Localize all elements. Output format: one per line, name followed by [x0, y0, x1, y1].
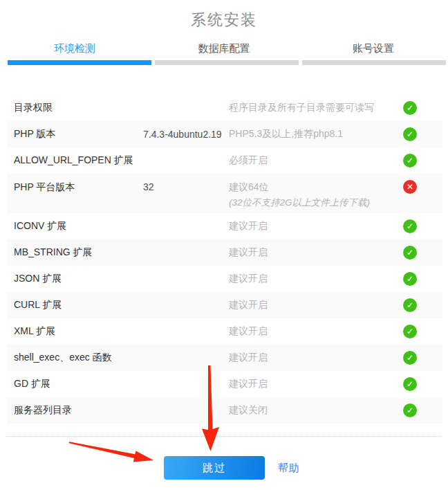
check-label: 服务器列目录	[14, 404, 143, 417]
check-row: CURL 扩展 建议开启 ✓	[7, 292, 442, 318]
check-requirement: 建议开启	[229, 325, 403, 338]
check-requirement: 建议开启	[229, 378, 403, 390]
status-ok-icon: ✓	[403, 246, 417, 260]
check-label: JSON 扩展	[14, 273, 143, 285]
progress-segment-1	[155, 60, 299, 65]
check-label: 目录权限	[14, 102, 143, 114]
check-row: shell_exec、exec 函数 建议开启 ✓	[7, 345, 442, 371]
check-requirement: 建议开启	[229, 273, 403, 285]
check-row: MB_STRING 扩展 建议开启 ✓	[7, 239, 442, 266]
tab-2[interactable]: 账号设置	[299, 39, 448, 58]
tab-label: 环境检测	[54, 42, 95, 54]
page-title: 系统安装	[0, 10, 448, 30]
check-requirement: 建议开启	[229, 352, 403, 364]
check-row: ALLOW_URL_FOPEN 扩展 必须开启 ✓	[7, 147, 442, 174]
requirement-text: 建议开启	[229, 352, 268, 363]
check-row: PHP 平台版本 32 建议64位 (32位不支持2G以上文件上传下载) ✕	[7, 174, 442, 213]
requirement-text: 建议开启	[229, 325, 268, 336]
progress-segment-0	[8, 60, 151, 65]
check-label: MB_STRING 扩展	[14, 246, 143, 259]
help-link[interactable]: 帮助	[278, 462, 300, 475]
environment-check-table: 目录权限 程序目录及所有子目录需要可读写 ✓ PHP 版本 7.4.3-4ubu…	[7, 95, 442, 424]
check-row: 目录权限 程序目录及所有子目录需要可读写 ✓	[7, 95, 442, 121]
requirement-text: 建议64位	[229, 181, 269, 192]
check-requirement: 建议开启	[229, 246, 403, 259]
check-row: XML 扩展 建议开启 ✓	[7, 318, 442, 345]
requirement-text: 建议开启	[229, 378, 268, 389]
requirement-text: 建议关闭	[229, 404, 268, 415]
tab-label: 数据库配置	[198, 42, 250, 54]
footer-divider	[7, 436, 441, 437]
step-progress-bar	[8, 60, 446, 65]
check-label: XML 扩展	[14, 325, 143, 338]
progress-segment-2	[302, 60, 446, 65]
status-ok-icon: ✓	[403, 219, 417, 233]
status-ok-icon: ✓	[403, 154, 417, 167]
check-row: ICONV 扩展 建议开启 ✓	[7, 213, 442, 239]
tab-0[interactable]: 环境检测	[0, 39, 149, 58]
check-requirement: 建议关闭	[229, 404, 403, 417]
check-label: PHP 版本	[14, 128, 143, 140]
status-ok-icon: ✓	[403, 351, 417, 365]
check-row: GD 扩展 建议开启 ✓	[7, 371, 442, 397]
check-requirement: 建议开启	[229, 220, 403, 233]
requirement-text: 建议开启	[229, 220, 268, 231]
status-ok-icon: ✓	[403, 325, 417, 338]
requirement-text: 建议开启	[229, 246, 268, 257]
check-label: ICONV 扩展	[14, 220, 143, 233]
status-ok-icon: ✓	[403, 298, 417, 312]
check-requirement: 必须开启	[229, 154, 403, 167]
check-requirement: 建议64位 (32位不支持2G以上文件上传下载)	[229, 174, 403, 209]
requirement-text: 建议开启	[229, 273, 268, 284]
check-row: 服务器列目录 建议关闭 ✓	[7, 397, 442, 424]
check-row: JSON 扩展 建议开启 ✓	[7, 266, 442, 292]
check-label: GD 扩展	[14, 378, 143, 390]
check-label: ALLOW_URL_FOPEN 扩展	[14, 154, 143, 167]
requirement-text: 必须开启	[229, 154, 268, 165]
requirement-note: (32位不支持2G以上文件上传下载)	[229, 197, 403, 209]
check-requirement: 程序目录及所有子目录需要可读写	[229, 102, 403, 114]
requirement-text: 程序目录及所有子目录需要可读写	[229, 102, 374, 113]
status-ok-icon: ✓	[403, 127, 417, 141]
check-label: PHP 平台版本	[14, 174, 143, 194]
status-ok-icon: ✓	[403, 272, 417, 286]
tab-1[interactable]: 数据库配置	[149, 39, 299, 58]
requirement-text: 建议开启	[229, 299, 268, 310]
check-label: shell_exec、exec 函数	[14, 352, 143, 364]
status-ok-icon: ✓	[403, 377, 417, 391]
check-value: 7.4.3-4ubuntu2.19	[143, 129, 229, 140]
check-row: PHP 版本 7.4.3-4ubuntu2.19 PHP5.3及以上,推荐php…	[7, 121, 442, 147]
red-arrow-diagonal-icon	[69, 442, 153, 462]
step-tabs: 环境检测数据库配置账号设置	[0, 39, 448, 58]
check-requirement: 建议开启	[229, 299, 403, 311]
status-fail-icon: ✕	[403, 180, 417, 194]
status-ok-icon: ✓	[403, 101, 417, 115]
check-requirement: PHP5.3及以上,推荐php8.1	[229, 128, 403, 140]
status-ok-icon: ✓	[403, 403, 417, 417]
check-label: CURL 扩展	[14, 299, 143, 311]
requirement-text: PHP5.3及以上,推荐php8.1	[229, 128, 343, 139]
check-value: 32	[143, 174, 229, 192]
tab-label: 账号设置	[353, 42, 394, 54]
skip-button[interactable]: 跳过	[164, 456, 265, 480]
